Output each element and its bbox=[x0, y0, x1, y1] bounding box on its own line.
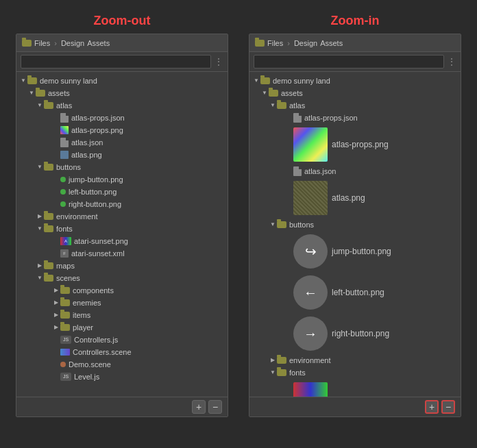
arrow-icon bbox=[269, 369, 277, 377]
breadcrumb-files[interactable]: Files bbox=[267, 39, 283, 47]
tree-item-controllers-js[interactable]: JS Controllers.js bbox=[16, 334, 228, 346]
zoom-in-search-input[interactable] bbox=[254, 55, 444, 69]
tree-item-fonts[interactable]: fonts bbox=[16, 223, 228, 235]
zoom-out-panel: Files › Design Assets ⋮ demo sunny land bbox=[16, 34, 228, 417]
zoom-in-title: Zoom-in bbox=[331, 14, 380, 28]
header-folder-icon bbox=[255, 40, 265, 47]
arrow-icon bbox=[36, 262, 44, 270]
tree-item-atlas-json[interactable]: atlas.json bbox=[249, 165, 461, 177]
png-file-icon bbox=[60, 151, 69, 159]
zoom-in-add-button[interactable]: + bbox=[425, 400, 439, 414]
zoom-out-search-row: ⋮ bbox=[16, 52, 228, 72]
folder-icon bbox=[60, 324, 70, 331]
js-file-icon: JS bbox=[60, 336, 71, 344]
tree-item-atlas-png[interactable]: atlas.png bbox=[16, 149, 228, 161]
json-file-icon bbox=[293, 166, 302, 176]
tree-item-left-button[interactable]: left-button.png bbox=[16, 186, 228, 198]
tree-item-buttons[interactable]: buttons bbox=[249, 219, 461, 231]
folder-icon bbox=[44, 225, 53, 232]
tree-item-atlas-props-png[interactable]: atlas-props.png bbox=[249, 124, 461, 165]
tree-item-maps[interactable]: maps bbox=[16, 260, 228, 272]
tree-item-atlas-props-json[interactable]: atlas-props.json bbox=[16, 112, 228, 124]
zoom-out-title: Zoom-out bbox=[94, 14, 151, 28]
tree-item-atlas-props-json[interactable]: atlas-props.json bbox=[249, 112, 461, 124]
tree-item-atlas-png[interactable]: atlas.png bbox=[249, 177, 461, 219]
breadcrumb-files[interactable]: Files bbox=[34, 39, 50, 47]
right-button-thumb: → bbox=[293, 316, 328, 351]
tree-item-controllers-scene[interactable]: Controllers.scene bbox=[16, 346, 228, 358]
breadcrumb-assets[interactable]: Assets bbox=[320, 39, 343, 47]
tree-item-environment[interactable]: environment bbox=[249, 354, 461, 366]
tree-item-items[interactable]: items bbox=[16, 309, 228, 321]
breadcrumb-assets[interactable]: Assets bbox=[87, 39, 110, 47]
tree-item-assets[interactable]: assets bbox=[16, 87, 228, 99]
folder-icon bbox=[277, 102, 286, 109]
arrow-icon bbox=[252, 77, 260, 85]
zoom-out-search-input[interactable] bbox=[21, 55, 211, 69]
tree-item-assets[interactable]: assets bbox=[249, 87, 461, 99]
atlas-png-thumb bbox=[293, 181, 328, 215]
zoom-in-footer: + − bbox=[249, 397, 461, 416]
zoom-out-menu-dots[interactable]: ⋮ bbox=[214, 56, 223, 67]
tree-item-environment[interactable]: environment bbox=[16, 210, 228, 223]
tree-item-buttons[interactable]: buttons bbox=[16, 161, 228, 173]
tree-item-scenes[interactable]: scenes bbox=[16, 272, 228, 284]
folder-icon bbox=[44, 275, 53, 282]
dot-orange-icon bbox=[60, 362, 66, 367]
header-folder-icon bbox=[22, 40, 32, 47]
tree-item-demo-sunny-land[interactable]: demo sunny land bbox=[249, 75, 461, 87]
tree-item-player[interactable]: player bbox=[16, 321, 228, 334]
folder-icon bbox=[60, 312, 70, 319]
tree-item-atlas-props-png[interactable]: atlas-props.png bbox=[16, 124, 228, 136]
zoom-out-remove-button[interactable]: − bbox=[208, 400, 222, 414]
tree-item-jump-button[interactable]: ↪ jump-button.png bbox=[249, 231, 461, 272]
tree-item-atari-sunset-png[interactable]: A atari-sunset.png bbox=[16, 235, 228, 247]
arrow-icon bbox=[36, 274, 44, 282]
zoom-in-search-row: ⋮ bbox=[249, 52, 461, 72]
folder-icon bbox=[277, 221, 286, 228]
arrow-icon bbox=[52, 299, 60, 307]
tree-item-jump-button[interactable]: jump-button.png bbox=[16, 173, 228, 186]
tree-item-components[interactable]: components bbox=[16, 284, 228, 297]
zoom-in-menu-dots[interactable]: ⋮ bbox=[447, 56, 456, 67]
dot-icon bbox=[60, 177, 66, 182]
tree-item-level-js[interactable]: JS Level.js bbox=[16, 371, 228, 383]
tree-item-atlas-json[interactable]: atlas.json bbox=[16, 136, 228, 149]
tree-item-fonts[interactable]: fonts bbox=[249, 366, 461, 379]
arrow-icon bbox=[36, 212, 44, 221]
tree-item-atari-sunset-png[interactable] bbox=[249, 379, 461, 397]
zoom-out-add-button[interactable]: + bbox=[192, 400, 206, 414]
arrow-icon bbox=[52, 323, 60, 332]
arrow-icon bbox=[19, 77, 27, 85]
json-file-icon bbox=[60, 113, 69, 123]
arrow-icon bbox=[260, 89, 269, 97]
fonts-thumb bbox=[293, 382, 328, 397]
zoom-in-section: Zoom-in Files › Design Assets ⋮ bbox=[249, 14, 461, 417]
tree-item-atlas[interactable]: atlas bbox=[16, 99, 228, 112]
arrow-icon bbox=[52, 311, 60, 319]
atlas-props-png-thumb bbox=[293, 127, 328, 162]
tree-item-demo-sunny-land[interactable]: demo sunny land bbox=[16, 75, 228, 87]
folder-icon bbox=[44, 164, 53, 171]
folder-icon bbox=[277, 369, 286, 376]
arrow-icon bbox=[269, 221, 277, 229]
folder-icon bbox=[44, 102, 53, 109]
tree-item-right-button[interactable]: → right-button.png bbox=[249, 313, 461, 354]
folder-icon bbox=[44, 213, 53, 220]
arrow-icon bbox=[52, 286, 60, 295]
tree-item-left-button[interactable]: ← left-button.png bbox=[249, 272, 461, 313]
zoom-in-remove-button[interactable]: − bbox=[441, 400, 455, 414]
folder-icon bbox=[27, 77, 37, 84]
tree-item-enemies[interactable]: enemies bbox=[16, 297, 228, 309]
folder-icon bbox=[44, 262, 53, 269]
tree-item-atari-sunset-xml[interactable]: F atari-sunset.xml bbox=[16, 247, 228, 260]
breadcrumb-design[interactable]: Design bbox=[294, 39, 317, 47]
folder-icon bbox=[277, 357, 286, 364]
tree-item-demo-scene[interactable]: Demo.scene bbox=[16, 358, 228, 371]
arrow-icon bbox=[269, 101, 277, 110]
font-png-icon: A bbox=[60, 237, 71, 245]
folder-icon bbox=[60, 287, 70, 294]
breadcrumb-design[interactable]: Design bbox=[61, 39, 84, 47]
tree-item-right-button[interactable]: right-button.png bbox=[16, 198, 228, 210]
tree-item-atlas[interactable]: atlas bbox=[249, 99, 461, 112]
